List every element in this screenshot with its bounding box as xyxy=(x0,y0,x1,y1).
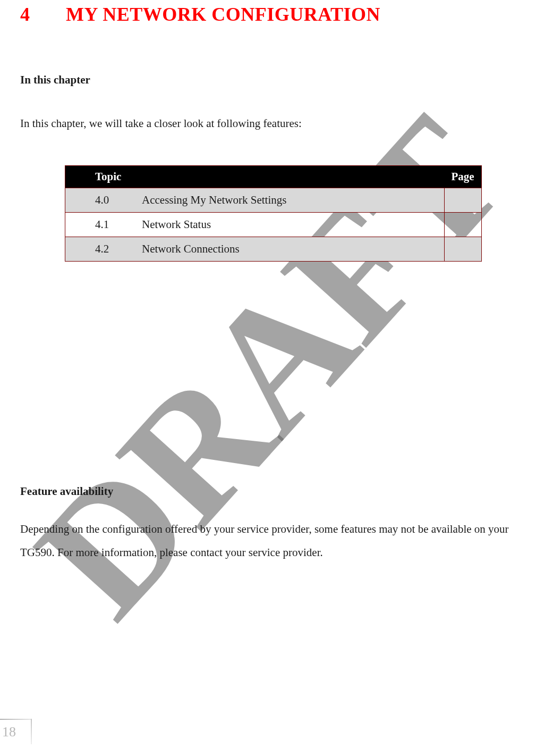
toc-row-page xyxy=(444,237,481,262)
footer-rule-top xyxy=(0,719,32,720)
toc-row-title: Network Status xyxy=(137,213,444,237)
chapter-heading: 4 MY NETWORK CONFIGURATION xyxy=(20,3,516,26)
toc-row-page xyxy=(444,213,481,237)
table-row: 4.0 Accessing My Network Settings xyxy=(65,188,481,213)
chapter-number: 4 xyxy=(20,3,66,26)
section-in-this-chapter-intro: In this chapter, we will take a closer l… xyxy=(20,112,516,135)
toc-table: Topic Page 4.0 Accessing My Network Sett… xyxy=(65,166,481,261)
toc-header-row: Topic Page xyxy=(65,166,481,188)
toc-row-num: 4.2 xyxy=(65,237,137,262)
toc-row-title: Accessing My Network Settings xyxy=(137,188,444,213)
page-footer: 18 xyxy=(0,719,32,745)
toc-row-num: 4.0 xyxy=(65,188,137,213)
toc-header-topic: Topic xyxy=(65,166,444,188)
section-feature-availability-label: Feature availability xyxy=(20,485,516,498)
toc-row-num: 4.1 xyxy=(65,213,137,237)
toc-table-wrap: Topic Page 4.0 Accessing My Network Sett… xyxy=(65,165,482,262)
section-feature-availability-body: Depending on the configuration offered b… xyxy=(20,517,516,564)
chapter-title: MY NETWORK CONFIGURATION xyxy=(66,3,380,26)
section-in-this-chapter-label: In this chapter xyxy=(20,73,516,87)
toc-row-title: Network Connections xyxy=(137,237,444,262)
page-content: 4 MY NETWORK CONFIGURATION In this chapt… xyxy=(0,3,536,564)
footer-rule-side xyxy=(31,719,32,744)
toc-header-page: Page xyxy=(444,166,481,188)
page-number: 18 xyxy=(2,724,16,740)
toc-row-page xyxy=(444,188,481,213)
table-row: 4.1 Network Status xyxy=(65,213,481,237)
table-row: 4.2 Network Connections xyxy=(65,237,481,262)
